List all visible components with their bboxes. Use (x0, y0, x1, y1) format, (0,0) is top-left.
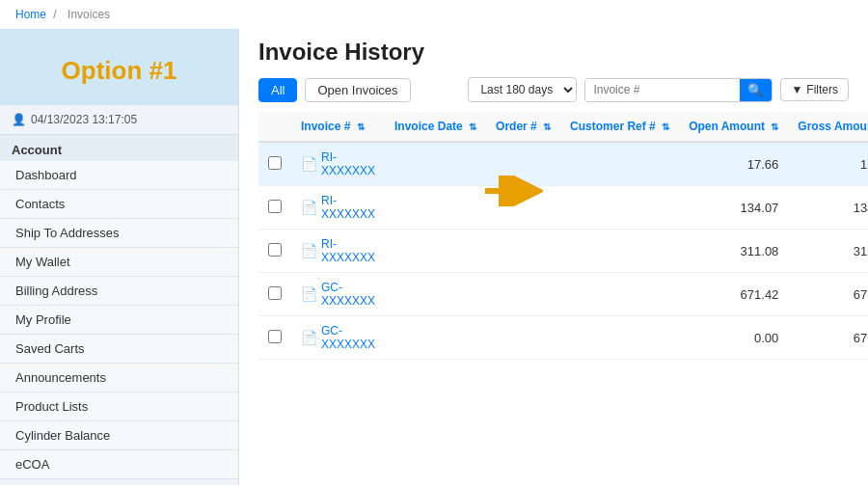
row-checkbox-5[interactable] (268, 330, 282, 343)
row-checkbox-cell (258, 142, 291, 186)
row-checkbox-2[interactable] (268, 200, 282, 213)
search-input[interactable] (585, 79, 740, 101)
row-gross-amount: 311.08 (788, 230, 868, 273)
table-row: 📄 GC-XXXXXXX 0.00 675.50 USD ⋮ (258, 316, 868, 360)
tab-all[interactable]: All (258, 78, 297, 102)
row-open-amount: 17.66 (679, 142, 788, 186)
date-filter-select[interactable]: Last 180 days Last 30 days Last 90 days … (468, 77, 577, 102)
row-invoice-num-cell: 📄 GC-XXXXXXX (291, 273, 385, 316)
row-invoice-num-cell: 📄 RI-XXXXXXX (291, 186, 385, 230)
row-checkbox-cell (258, 273, 291, 316)
row-customer-ref (560, 273, 679, 316)
invoice-num-link[interactable]: RI-XXXXXXX (321, 194, 375, 221)
row-invoice-date (385, 186, 486, 230)
search-box: 🔍 (584, 78, 773, 102)
filter-bar: All Open Invoices Last 180 days Last 30 … (258, 77, 849, 102)
row-order-num (486, 316, 560, 360)
sidebar-user: 👤 04/13/2023 13:17:05 (0, 105, 238, 135)
filter-left: All Open Invoices (258, 78, 411, 102)
sort-icon-invoice: ⇅ (357, 122, 365, 132)
row-open-amount: 671.42 (679, 273, 788, 316)
breadcrumb: Home / Invoices (0, 0, 868, 29)
main-content: Invoice History All Open Invoices Last 1… (239, 29, 868, 485)
search-button[interactable]: 🔍 (740, 79, 772, 101)
table-row: 📄 GC-XXXXXXX 671.42 671.42 USD ⋮ (258, 273, 868, 316)
row-order-num (486, 230, 560, 273)
sidebar-item-cylinder-balance[interactable]: Cylinder Balance (0, 421, 238, 450)
breadcrumb-current: Invoices (68, 8, 110, 21)
table-header-row: Invoice # ⇅ Invoice Date ⇅ Order # ⇅ Cus… (258, 112, 868, 142)
invoice-table: Invoice # ⇅ Invoice Date ⇅ Order # ⇅ Cus… (258, 112, 868, 360)
search-icon: 🔍 (747, 83, 764, 97)
row-checkbox-cell (258, 186, 291, 230)
row-order-num (486, 186, 560, 230)
col-header-invoice-date[interactable]: Invoice Date ⇅ (385, 112, 486, 142)
col-header-open-amount[interactable]: Open Amount ⇅ (679, 112, 788, 142)
sidebar-item-ship-to-addresses[interactable]: Ship To Addresses (0, 219, 238, 248)
row-invoice-num-cell: 📄 RI-XXXXXXX (291, 230, 385, 273)
row-gross-amount: 675.50 (788, 316, 868, 360)
row-gross-amount: 134.07 (788, 186, 868, 230)
row-gross-amount: 17.66 (788, 142, 868, 186)
row-checkbox-1[interactable] (268, 156, 282, 170)
sort-icon-custref: ⇅ (662, 122, 669, 132)
sidebar-item-ecoa[interactable]: eCOA (0, 450, 238, 479)
sidebar-banner-title: Option #1 (10, 56, 229, 86)
row-gross-amount: 671.42 (788, 273, 868, 316)
table-row: 📄 RI-XXXXXXX 311.08 311.08 USD ⋮ (258, 230, 868, 273)
invoice-num-link[interactable]: RI-XXXXXXX (321, 150, 375, 177)
sidebar-item-product-lists[interactable]: Product Lists (0, 392, 238, 421)
table-row: 📄 RI-XXXXXXX 17.66 17.66 USD ⋮ (258, 142, 868, 186)
row-customer-ref (560, 230, 679, 273)
row-open-amount: 0.00 (679, 316, 788, 360)
row-invoice-date (385, 142, 486, 186)
row-open-amount: 134.07 (679, 186, 788, 230)
sort-icon-date: ⇅ (469, 122, 476, 132)
breadcrumb-home[interactable]: Home (15, 8, 46, 21)
user-date: 04/13/2023 13:17:05 (31, 113, 137, 126)
sidebar-item-contacts[interactable]: Contacts (0, 190, 238, 219)
row-checkbox-4[interactable] (268, 286, 282, 300)
row-invoice-num-cell: 📄 RI-XXXXXXX (291, 142, 385, 186)
sort-icon-open: ⇅ (771, 122, 778, 132)
row-invoice-num-cell: 📄 GC-XXXXXXX (291, 316, 385, 360)
invoice-num-link[interactable]: RI-XXXXXXX (321, 237, 375, 264)
invoice-file-icon: 📄 (301, 156, 317, 172)
sidebar-item-my-wallet[interactable]: My Wallet (0, 248, 238, 277)
sidebar-item-dashboard[interactable]: Dashboard (0, 161, 238, 190)
sort-icon-order: ⇅ (543, 122, 551, 132)
col-header-order-num[interactable]: Order # ⇅ (486, 112, 560, 142)
invoice-file-icon: 📄 (301, 243, 317, 258)
row-invoice-date (385, 230, 486, 273)
row-customer-ref (560, 316, 679, 360)
sidebar-item-billing-address[interactable]: Billing Address (0, 277, 238, 306)
tab-open-invoices[interactable]: Open Invoices (305, 78, 410, 102)
invoice-num-link[interactable]: GC-XXXXXXX (321, 324, 375, 351)
row-customer-ref (560, 186, 679, 230)
sidebar-banner: Option #1 (0, 29, 238, 105)
filters-label: Filters (806, 83, 838, 96)
invoice-file-icon: 📄 (301, 330, 317, 345)
page-title: Invoice History (258, 39, 849, 66)
invoice-file-icon: 📄 (301, 200, 317, 215)
table-row: 📄 RI-XXXXXXX 134.07 134.07 USD ⋮ (258, 186, 868, 230)
row-open-amount: 311.08 (679, 230, 788, 273)
col-header-customer-ref[interactable]: Customer Ref # ⇅ (560, 112, 679, 142)
user-icon: 👤 (12, 113, 26, 126)
filter-icon: ▼ (791, 83, 802, 96)
sidebar: Option #1 👤 04/13/2023 13:17:05 Account … (0, 29, 239, 485)
sidebar-item-my-profile[interactable]: My Profile (0, 306, 238, 335)
filter-right: Last 180 days Last 30 days Last 90 days … (468, 77, 849, 102)
col-header-invoice-num[interactable]: Invoice # ⇅ (291, 112, 385, 142)
row-customer-ref (560, 142, 679, 186)
sidebar-item-saved-carts[interactable]: Saved Carts (0, 335, 238, 364)
sidebar-item-announcements[interactable]: Announcements (0, 364, 238, 392)
filters-button[interactable]: ▼ Filters (780, 78, 849, 101)
sidebar-section-label: Account (0, 135, 238, 161)
row-checkbox-cell (258, 316, 291, 360)
invoice-num-link[interactable]: GC-XXXXXXX (321, 281, 375, 308)
col-header-check (258, 112, 291, 142)
row-order-num (486, 273, 560, 316)
row-checkbox-3[interactable] (268, 243, 282, 257)
col-header-gross-amount[interactable]: Gross Amount ⇅ (788, 112, 868, 142)
